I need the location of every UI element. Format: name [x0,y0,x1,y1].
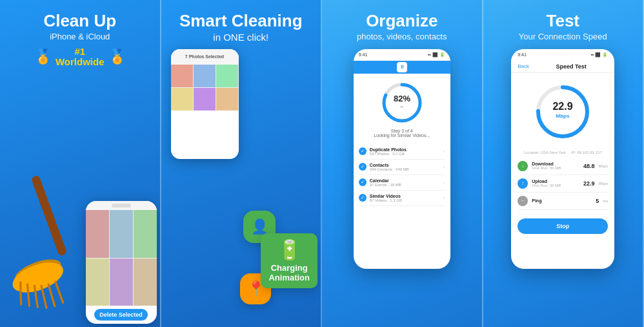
panel-cleanup: Clean Up iPhone & iCloud 🏅 #1 Worldwide … [0,0,161,327]
list-item: ✓ Contacts 349 Contacts · 240 MB › [359,160,445,175]
upload-label: Upload First Run: 50 MB [532,179,579,187]
phone2-header: 7 Photos Selected [171,49,239,65]
laurel-right-icon: 🏅 [108,48,126,65]
organize-list: ✓ Duplicate Photos 537 Photos · 3.2 GB ›… [354,141,450,269]
photo-cell [110,210,133,258]
panel2-subtitle: in ONE click! [213,32,268,43]
status-time: 9:41 [359,52,368,57]
speed-status-bar: 9:41 ▪▪ ⬛ 🔋 [511,49,614,61]
broom-icon [6,174,90,314]
org-circle-area: 82% ✂ Step 3 of 4Looking for Similar Vid… [354,74,450,141]
check-icon: ✓ [359,178,367,186]
phone-mockup-cleaning: 7 Photos Selected [171,49,239,159]
charging-label: Charging [268,263,310,273]
phone-mockup-cleanup: Delete Selected [86,201,157,324]
panel1-subtitle: iPhone & iCloud [50,32,110,41]
phone-top-bar [86,201,157,210]
svg-text:82%: 82% [394,94,410,103]
download-title: Download [532,162,579,166]
photo-cell [171,65,193,87]
photo-cell [110,258,133,306]
ping-title: Ping [532,198,592,203]
check-icon: ✓ [359,147,367,155]
chevron-icon: › [443,149,445,154]
panel1-title: Clean Up [43,12,116,30]
upload-title: Upload [532,179,579,184]
photo-cell [216,65,238,87]
list-item: ✓ Duplicate Photos 537 Photos · 3.2 GB › [359,144,445,160]
item-title: Contacts [370,163,440,167]
item-title: Duplicate Photos [370,147,440,152]
ping-icon: ~ [518,196,528,206]
item-text: Contacts 349 Contacts · 240 MB [370,163,440,171]
svg-line-8 [55,282,63,303]
photo-cell [86,258,109,306]
ping-label: Ping [532,198,592,203]
item-text: Similar Videos 67 Videos · 1.3 GB [370,194,440,202]
badge-container: 🏅 #1 Worldwide 🏅 [34,47,126,68]
item-sub: 349 Contacts · 240 MB [370,167,440,171]
stop-button[interactable]: Stop [518,218,608,234]
item-sub: 67 Videos · 1.3 GB [370,198,440,202]
check-icon: ✓ [359,163,367,171]
panel4-title: Test [546,12,579,30]
progress-circle: 82% ✂ [379,80,425,125]
svg-rect-0 [31,175,68,257]
org-pause-bar: ⏸ [354,61,450,74]
panel-smart-cleaning: Smart Cleaning in ONE click! 7 Photos Se… [161,0,323,327]
step-text: Step 3 of 4Looking for Similar Videos... [368,129,435,138]
upload-row: ↑ Upload First Run: 50 MB 22.9 Mbps [518,175,608,193]
chevron-icon: › [443,164,445,170]
download-sub: First Run: 50 MB [532,166,579,170]
check-icon: ✓ [359,194,367,202]
svg-text:✂: ✂ [400,105,404,109]
item-title: Similar Videos [370,194,440,198]
download-icon: ↓ [518,161,528,171]
panel3-title: Organize [366,12,438,30]
speed-nav-bar: Back Speed Test [511,61,614,73]
ping-value: 5 [596,198,599,204]
battery-icon: 🔋 [268,238,310,262]
chevron-icon: › [443,180,445,185]
svg-line-7 [47,285,56,306]
pause-button[interactable]: ⏸ [397,62,407,72]
download-unit: Mbps [599,164,609,168]
item-sub: 37 Events · 18 MB [370,183,440,187]
upload-value: 22.9 [583,180,595,187]
photo-cell [216,88,238,111]
panel-organize: Organize photos, videos, contacts 9:41 ▪… [322,0,483,327]
panel4-subtitle: Your Connection Speed [519,32,607,41]
back-button[interactable]: Back [518,63,529,69]
org-status-bar: 9:41 ▪▪ ⬛ 🔋 [354,49,450,61]
speed-test-title: Speed Test [534,63,608,70]
speed-results: ↓ Download First Run: 50 MB 48.8 Mbps ↑ … [511,154,614,213]
status-time: 9:41 [518,52,527,57]
photo-cell [134,210,157,258]
upload-unit: Mbps [599,182,609,185]
list-item: ✓ Similar Videos 67 Videos · 1.3 GB › [359,191,445,206]
chevron-icon: › [443,195,445,201]
photo-grid-2 [171,65,239,111]
panel2-title: Smart Cleaning [179,12,303,30]
photo-cell [171,88,193,111]
charging-animation-tag: 🔋 Charging Animation [261,233,317,288]
item-title: Calendar [370,178,440,183]
photo-grid [86,210,157,306]
upload-icon: ↑ [518,178,528,189]
ping-row: ~ Ping 5 ms [518,193,608,210]
cleaning-content: 7 Photos Selected 👤 ▶ 📍 🔋 Charging Anima… [161,43,321,327]
panel3-subtitle: photos, videos, contacts [357,32,447,41]
broom-area: Delete Selected [0,68,160,327]
phone-mockup-organize: 9:41 ▪▪ ⬛ 🔋 ⏸ 82% ✂ Step 3 of 4Looking f… [354,49,450,269]
photo-cell [194,65,216,87]
phone-mockup-speed: 9:41 ▪▪ ⬛ 🔋 Back Speed Test 22.9 Mbps Lo… [511,49,614,269]
status-icons: ▪▪ ⬛ 🔋 [590,52,608,58]
speed-gauge: 22.9 Mbps [534,83,592,141]
item-sub: 537 Photos · 3.2 GB [370,152,440,156]
photo-cell [134,258,157,306]
svg-text:22.9: 22.9 [553,101,573,112]
phone-notch [112,204,131,207]
delete-selected-button[interactable]: Delete Selected [94,309,148,321]
item-text: Duplicate Photos 537 Photos · 3.2 GB [370,147,440,156]
animation-label: Animation [268,273,310,283]
